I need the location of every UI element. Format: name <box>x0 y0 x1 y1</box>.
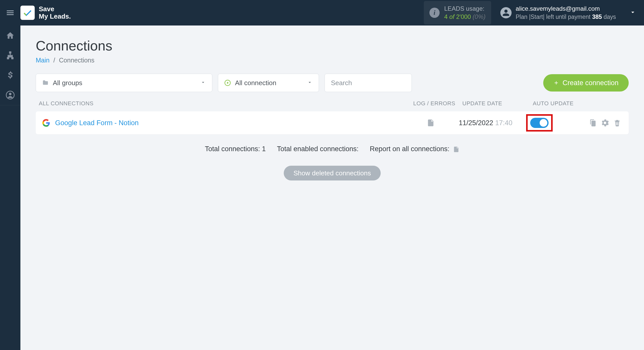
col-all-connections: ALL CONNECTIONS <box>39 100 411 107</box>
stats-row: Total connections: 1 Total enabled conne… <box>36 145 629 153</box>
sidebar-item-home[interactable] <box>0 25 20 45</box>
usage-pct: (0%) <box>473 13 486 20</box>
leads-usage-panel[interactable]: i LEADS usage: 4 of 2'000 (0%) <box>424 1 491 25</box>
col-auto-update: AUTO UPDATE <box>524 100 580 107</box>
document-icon <box>453 146 460 153</box>
top-bar: Save My Leads. i LEADS usage: 4 of 2'000… <box>0 0 644 25</box>
main-content: Connections Main / Connections All group… <box>20 25 644 350</box>
usage-total: 2'000 <box>456 13 471 20</box>
groups-dropdown[interactable]: All groups <box>36 74 212 92</box>
user-email: alice.savemyleads@gmail.com <box>516 5 616 13</box>
stat-enabled: Total enabled connections: <box>277 145 359 153</box>
stat-total: Total connections: 1 <box>205 145 266 153</box>
usage-of: of <box>449 13 456 20</box>
filter-row: All groups All connection Create connect… <box>36 74 629 92</box>
folder-icon <box>42 80 49 86</box>
usage-current: 4 <box>444 13 448 20</box>
person-icon <box>502 9 510 17</box>
connection-row: Google Lead Form - Notion 11/25/2022 17:… <box>36 111 629 134</box>
report-download-button[interactable] <box>451 145 460 153</box>
svg-rect-1 <box>7 57 9 59</box>
user-avatar <box>500 7 512 18</box>
breadcrumb: Main / Connections <box>36 57 629 64</box>
sitemap-icon <box>6 51 15 60</box>
plus-icon <box>553 80 559 86</box>
auto-update-toggle[interactable] <box>530 118 549 128</box>
breadcrumb-main-link[interactable]: Main <box>36 57 49 64</box>
search-input[interactable] <box>325 74 412 92</box>
sidebar-item-connections[interactable] <box>0 45 20 65</box>
col-update-date: UPDATE DATE <box>457 100 524 107</box>
gear-icon[interactable] <box>601 119 609 127</box>
show-deleted-button[interactable]: Show deleted connections <box>284 166 381 180</box>
sidebar <box>0 25 20 350</box>
highlight-annotation <box>526 114 553 132</box>
document-icon <box>427 119 435 127</box>
col-log-errors: LOG / ERRORS <box>411 100 457 107</box>
svg-rect-0 <box>9 51 11 53</box>
svg-point-4 <box>9 93 11 95</box>
connection-log-button[interactable] <box>408 119 454 127</box>
user-circle-icon <box>6 91 15 99</box>
stat-report: Report on all connections: <box>370 145 460 153</box>
checkmark-icon <box>22 8 33 18</box>
dollar-icon <box>6 71 15 80</box>
create-connection-button[interactable]: Create connection <box>543 74 629 92</box>
connection-name-link[interactable]: Google Lead Form - Notion <box>55 119 408 127</box>
hamburger-icon <box>6 8 15 17</box>
trash-icon[interactable] <box>613 119 621 127</box>
breadcrumb-current: Connections <box>59 57 94 64</box>
usage-label: LEADS usage: <box>444 5 486 13</box>
user-menu[interactable]: alice.savemyleads@gmail.com Plan |Start|… <box>500 5 636 21</box>
chevron-down-icon <box>200 80 206 85</box>
brand-name: Save My Leads. <box>39 5 71 20</box>
copy-icon[interactable] <box>589 119 597 127</box>
google-icon <box>42 119 50 127</box>
user-menu-caret[interactable] <box>629 9 636 17</box>
menu-toggle-button[interactable] <box>0 8 20 17</box>
user-plan: Plan |Start| left until payment 385 days <box>516 13 616 21</box>
brand-logo <box>20 6 35 20</box>
sidebar-item-billing[interactable] <box>0 65 20 85</box>
sidebar-item-account[interactable] <box>0 85 20 105</box>
chevron-down-icon <box>307 80 313 85</box>
status-dropdown[interactable]: All connection <box>218 74 319 92</box>
svg-rect-2 <box>11 57 14 59</box>
play-circle-icon <box>224 80 231 86</box>
info-icon: i <box>429 8 440 18</box>
connection-date: 11/25/2022 17:40 <box>454 119 520 127</box>
chevron-down-icon <box>629 9 636 16</box>
page-title: Connections <box>36 38 629 54</box>
home-icon <box>6 31 15 40</box>
list-header: ALL CONNECTIONS LOG / ERRORS UPDATE DATE… <box>36 100 629 111</box>
